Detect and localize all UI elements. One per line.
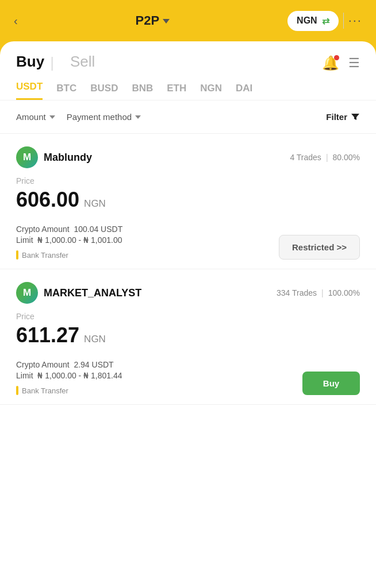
payment-method-0: Bank Transfer bbox=[22, 251, 68, 260]
back-icon[interactable]: ‹ bbox=[14, 14, 18, 28]
amount-chevron-icon bbox=[49, 115, 55, 119]
payment-tags-0: Bank Transfer bbox=[16, 250, 122, 260]
payment-tag-1: Bank Transfer bbox=[16, 386, 122, 395]
trades-count-0: 4 Trades bbox=[290, 153, 321, 162]
header-divider bbox=[343, 13, 344, 29]
limit-row-1: Limit ₦ 1,000.00 - ₦ 1,801.44 bbox=[16, 371, 122, 380]
listing-top-1: M MARKET_ANALYST 334 Trades | 100.00% bbox=[16, 282, 360, 304]
crypto-tab-btc[interactable]: BTC bbox=[56, 83, 76, 100]
trade-sep-0: | bbox=[326, 153, 328, 162]
listing-bottom-0: Crypto Amount 100.04 USDT Limit ₦ 1,000.… bbox=[16, 220, 360, 260]
crypto-tab-ngn[interactable]: NGN bbox=[200, 83, 222, 100]
crypto-tab-bnb[interactable]: BNB bbox=[132, 83, 153, 100]
payment-bar-icon-0 bbox=[16, 250, 18, 260]
price-currency-0: NGN bbox=[84, 198, 106, 210]
crypto-amount-row-0: Crypto Amount 100.04 USDT bbox=[16, 225, 122, 234]
price-big-0: 606.00 bbox=[16, 188, 79, 212]
tab-separator: | bbox=[50, 54, 54, 72]
price-label-1: Price bbox=[16, 312, 360, 321]
crypto-amount-0: 100.04 USDT bbox=[74, 225, 122, 234]
seller-info-0: M Mablundy bbox=[16, 146, 92, 168]
completion-rate-0: 80.00% bbox=[333, 153, 360, 162]
more-button[interactable]: ··· bbox=[348, 13, 362, 28]
crypto-details-0: Crypto Amount 100.04 USDT Limit ₦ 1,000.… bbox=[16, 225, 122, 245]
tab-icons: 🔔 ☰ bbox=[322, 55, 360, 71]
listing-bottom-1: Crypto Amount 2.94 USDT Limit ₦ 1,000.00… bbox=[16, 355, 360, 395]
crypto-details-1: Crypto Amount 2.94 USDT Limit ₦ 1,000.00… bbox=[16, 360, 122, 380]
seller-name-1: MARKET_ANALYST bbox=[44, 287, 141, 299]
crypto-amount-label-0: Crypto Amount bbox=[16, 225, 70, 234]
limit-value-0: ₦ 1,000.00 - ₦ 1,001.00 bbox=[37, 235, 122, 245]
price-value-1: 611.27 NGN bbox=[16, 323, 360, 347]
payment-label: Payment method bbox=[67, 112, 132, 122]
filter-button[interactable]: Filter bbox=[326, 112, 360, 122]
crypto-amount-row-1: Crypto Amount 2.94 USDT bbox=[16, 360, 122, 369]
currency-selector[interactable]: NGN ⇄ bbox=[287, 11, 339, 31]
payment-bar-icon-1 bbox=[16, 386, 18, 395]
crypto-tabs: USDT BTC BUSD BNB ETH NGN DAI bbox=[0, 73, 376, 100]
seller-name-0: Mablundy bbox=[44, 152, 92, 164]
tab-sell[interactable]: Sell bbox=[70, 53, 95, 73]
payment-tags-1: Bank Transfer bbox=[16, 386, 122, 395]
listing-top-0: M Mablundy 4 Trades | 80.00% bbox=[16, 146, 360, 168]
limit-row-0: Limit ₦ 1,000.00 - ₦ 1,001.00 bbox=[16, 235, 122, 245]
swap-icon: ⇄ bbox=[322, 16, 329, 26]
trades-count-1: 334 Trades bbox=[277, 288, 317, 297]
limit-label-0: Limit bbox=[16, 235, 33, 245]
payment-chevron-icon bbox=[135, 115, 141, 119]
header-actions: NGN ⇄ ··· bbox=[287, 11, 362, 31]
back-button[interactable]: ‹ bbox=[14, 14, 18, 28]
buy-sell-tabs: Buy | Sell 🔔 ☰ bbox=[0, 41, 376, 73]
amount-filter[interactable]: Amount bbox=[16, 109, 61, 125]
price-label-0: Price bbox=[16, 176, 360, 185]
limit-label-1: Limit bbox=[16, 371, 33, 380]
buy-button-1[interactable]: Buy bbox=[302, 372, 360, 395]
filter-row: Amount Payment method Filter bbox=[0, 100, 376, 134]
price-currency-1: NGN bbox=[84, 334, 106, 345]
header-title-section: P2P bbox=[136, 13, 170, 28]
crypto-tab-dai[interactable]: DAI bbox=[236, 83, 252, 100]
price-value-0: 606.00 NGN bbox=[16, 188, 360, 212]
price-big-1: 611.27 bbox=[16, 323, 79, 347]
crypto-amount-label-1: Crypto Amount bbox=[16, 360, 70, 369]
seller-avatar-0: M bbox=[16, 146, 38, 168]
trade-stats-1: 334 Trades | 100.00% bbox=[277, 288, 360, 297]
chevron-down-icon[interactable] bbox=[163, 19, 170, 24]
seller-avatar-1: M bbox=[16, 282, 38, 304]
header: ‹ P2P NGN ⇄ ··· bbox=[0, 0, 376, 41]
completion-rate-1: 100.00% bbox=[328, 288, 360, 297]
listing-details-1: Crypto Amount 2.94 USDT Limit ₦ 1,000.00… bbox=[16, 355, 122, 395]
crypto-tab-usdt[interactable]: USDT bbox=[16, 81, 43, 100]
limit-value-1: ₦ 1,000.00 - ₦ 1,801.44 bbox=[37, 371, 122, 380]
currency-label: NGN bbox=[297, 16, 317, 26]
crypto-amount-1: 2.94 USDT bbox=[74, 360, 113, 369]
tab-buy[interactable]: Buy bbox=[16, 53, 44, 73]
trade-stats-0: 4 Trades | 80.00% bbox=[290, 153, 360, 162]
filter-label: Filter bbox=[326, 112, 347, 122]
listing-details-0: Crypto Amount 100.04 USDT Limit ₦ 1,000.… bbox=[16, 220, 122, 260]
main-card: Buy | Sell 🔔 ☰ USDT BTC BUSD BNB ETH NGN… bbox=[0, 41, 376, 588]
notification-button[interactable]: 🔔 bbox=[322, 55, 339, 71]
payment-method-1: Bank Transfer bbox=[22, 386, 68, 395]
payment-filter[interactable]: Payment method bbox=[67, 109, 147, 125]
page-title: P2P bbox=[136, 13, 160, 28]
seller-info-1: M MARKET_ANALYST bbox=[16, 282, 141, 304]
crypto-tab-eth[interactable]: ETH bbox=[167, 83, 186, 100]
listing-item-0: M Mablundy 4 Trades | 80.00% Price 606.0… bbox=[0, 134, 376, 269]
amount-label: Amount bbox=[16, 112, 46, 122]
listing-item-1: M MARKET_ANALYST 334 Trades | 100.00% Pr… bbox=[0, 269, 376, 405]
menu-icon[interactable]: ☰ bbox=[348, 56, 360, 71]
payment-tag-0: Bank Transfer bbox=[16, 250, 122, 260]
restricted-button-0[interactable]: Restricted >> bbox=[279, 235, 360, 260]
filter-funnel-icon bbox=[351, 113, 360, 122]
crypto-tab-busd[interactable]: BUSD bbox=[90, 83, 118, 100]
notification-dot bbox=[334, 55, 339, 60]
trade-sep-1: | bbox=[321, 288, 324, 297]
